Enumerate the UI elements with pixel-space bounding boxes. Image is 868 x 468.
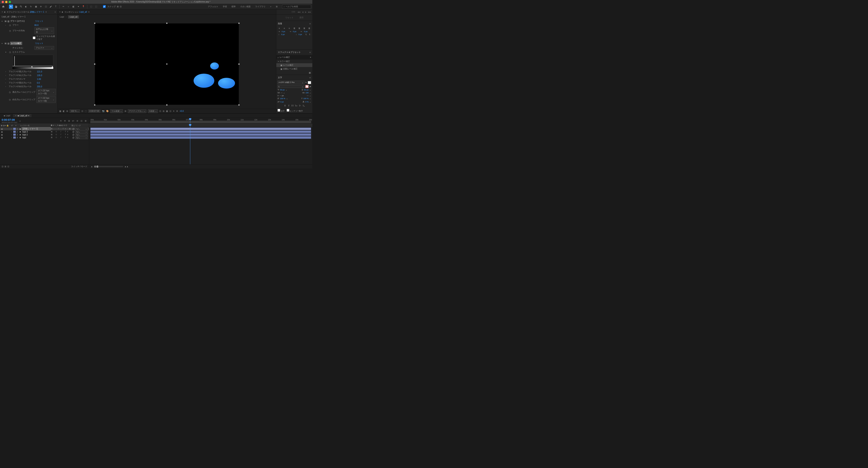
panel-close-icon[interactable]: × bbox=[59, 11, 61, 13]
ligature-checkbox[interactable] bbox=[278, 109, 280, 112]
font-size-value[interactable]: 50 px bbox=[280, 89, 285, 91]
chevron-down-icon[interactable]: ⌄ bbox=[286, 89, 287, 91]
twirl-icon[interactable]: › bbox=[5, 78, 7, 80]
indent-first-value[interactable]: 0 px bbox=[293, 30, 299, 33]
viewer-timecode[interactable]: 0:00:07:09 bbox=[88, 110, 100, 113]
visibility-icon[interactable]: ◉ bbox=[1, 131, 3, 133]
track-row[interactable] bbox=[89, 127, 312, 130]
tl-icon[interactable]: ⟲ bbox=[59, 119, 62, 122]
pickwhip-icon[interactable]: @ bbox=[71, 128, 75, 130]
chevron-down-icon[interactable]: ⌄ bbox=[309, 95, 311, 97]
blur-direction-dropdown[interactable]: 水平および垂直 ⌄ bbox=[34, 27, 54, 34]
histogram-gradient[interactable] bbox=[12, 67, 53, 69]
tl-icon[interactable]: ✲ bbox=[63, 119, 66, 122]
panel-lock-icon[interactable]: ■ bbox=[62, 11, 63, 13]
twirl-icon[interactable]: › bbox=[11, 131, 13, 133]
viewer-views[interactable]: 1画面 ⌄ bbox=[148, 109, 158, 113]
blur-amount-value[interactable]: 80.0 bbox=[34, 24, 38, 26]
bold-button[interactable]: T bbox=[283, 104, 287, 107]
switch-col-icon[interactable]: ⊡ bbox=[65, 124, 67, 127]
layer-duration-bar[interactable] bbox=[90, 127, 311, 130]
fx-levels-name[interactable]: レベル補正 bbox=[10, 42, 22, 45]
pen-tool[interactable] bbox=[49, 5, 53, 9]
maximize-window-button[interactable] bbox=[9, 1, 11, 3]
visibility-icon[interactable]: ◉ bbox=[1, 128, 3, 130]
parent-dropdown[interactable]: なし⌄ bbox=[75, 133, 88, 136]
effects-category[interactable]: ▾カラー補正 bbox=[276, 60, 312, 63]
switch-col-icon[interactable]: ▣ bbox=[59, 124, 61, 127]
track-row[interactable] bbox=[89, 130, 312, 133]
pan-behind-tool[interactable]: ✢ bbox=[39, 5, 43, 9]
layer-row[interactable]: ◉ › 4 ★ liqid 単 ◇ / fx @ なし⌄ bbox=[0, 136, 89, 139]
levels-prop-value[interactable]: 121.0 bbox=[37, 70, 42, 73]
direction-ltr-icon[interactable]: ¶ bbox=[305, 33, 308, 35]
parent-dropdown[interactable]: なし⌄ bbox=[75, 127, 88, 130]
twirl-icon[interactable]: ▾ bbox=[2, 42, 4, 45]
play-button[interactable]: ▶ bbox=[305, 11, 307, 13]
viewer-zoom[interactable]: 100 % ⌄ bbox=[70, 110, 80, 113]
clip-black-dropdown[interactable]: オフ (32 bpc カラー用) ⌄ bbox=[36, 89, 56, 95]
parent-column[interactable]: 親とリンク bbox=[71, 124, 88, 127]
switch-col-icon[interactable]: ◐ bbox=[61, 124, 63, 127]
chevron-down-icon[interactable]: ⌄ bbox=[309, 101, 311, 103]
layer-name[interactable]: liqid 3 bbox=[22, 131, 51, 133]
timeline-search[interactable]: ⌕ bbox=[20, 120, 57, 122]
levels-prop-value[interactable]: 255.0 bbox=[37, 85, 42, 88]
puppet-tool[interactable]: 📍 bbox=[81, 5, 85, 9]
smallcaps-button[interactable]: Tᴛ bbox=[294, 104, 298, 107]
selection-tool[interactable] bbox=[9, 5, 13, 9]
levels-prop-value[interactable]: 135.0 bbox=[37, 74, 42, 77]
first-frame-button[interactable]: ◀◀ bbox=[298, 11, 300, 13]
hscale-value[interactable]: 100 % bbox=[303, 97, 309, 99]
direction-rtl-icon[interactable]: ¶ bbox=[308, 33, 311, 35]
tsume-value[interactable]: 0 % bbox=[305, 101, 309, 103]
fx-preset-icon[interactable]: ▥ bbox=[7, 42, 9, 45]
channel-dropdown[interactable]: アルファ ⌄ bbox=[34, 46, 54, 50]
align-right-icon[interactable]: ≡ bbox=[287, 27, 291, 30]
layer-label-color[interactable] bbox=[13, 131, 16, 133]
switch-col-icon[interactable]: ⊘ bbox=[63, 124, 65, 127]
close-window-button[interactable] bbox=[2, 1, 4, 3]
orbit-tool[interactable]: ◐ bbox=[24, 5, 28, 9]
effects-apply-icon[interactable]: ▦ bbox=[276, 71, 312, 75]
effects-tree-item[interactable]: ▣ レベル補正 bbox=[276, 63, 312, 67]
clear-search-icon[interactable]: × bbox=[310, 56, 311, 59]
workspace-library[interactable]: ライブラリ bbox=[253, 4, 268, 9]
index-column[interactable]: # bbox=[16, 124, 20, 126]
indent-right-value[interactable]: 0 px bbox=[304, 30, 310, 33]
panel-menu-icon[interactable]: ≡ bbox=[88, 11, 90, 13]
audio-column-icon[interactable]: ◑ bbox=[3, 124, 5, 126]
fx-preset-icon[interactable]: ▥ bbox=[7, 20, 9, 22]
viewer-snapshot-icon[interactable]: 📷 bbox=[102, 110, 104, 112]
layer-name[interactable]: liqid bbox=[22, 137, 51, 139]
viewer-layout-icon[interactable]: ⊡ bbox=[82, 110, 83, 112]
twirl-icon[interactable]: › bbox=[11, 137, 13, 139]
layer-name[interactable]: [調整レイヤー 1] bbox=[22, 127, 51, 130]
panel-menu-icon[interactable]: ≡ bbox=[28, 115, 29, 117]
layer-duration-bar[interactable] bbox=[90, 136, 311, 139]
switch-col-icon[interactable]: ＼ bbox=[55, 124, 57, 127]
transform-handle[interactable] bbox=[238, 23, 240, 24]
snap-icon-1[interactable]: ⊞ bbox=[117, 5, 119, 8]
twirl-icon[interactable]: › bbox=[11, 134, 13, 136]
fx-blur-reset[interactable]: リセット bbox=[35, 20, 43, 23]
layer-row[interactable]: ◉ › 2 ★ liqid 3 単 ◇ / fx @ なし⌄ bbox=[0, 130, 89, 133]
hindi-checkbox[interactable] bbox=[287, 109, 289, 112]
composition-canvas[interactable]: ✦ bbox=[95, 24, 239, 105]
twirl-icon[interactable]: › bbox=[5, 24, 7, 26]
stroke-color-swatch[interactable] bbox=[305, 85, 309, 88]
roto-tool[interactable]: ✦ bbox=[76, 5, 81, 9]
chevron-down-icon[interactable]: ⌄ bbox=[309, 97, 311, 99]
timeline-zoom-slider[interactable] bbox=[94, 166, 123, 167]
space-before-value[interactable]: 0 px bbox=[281, 33, 287, 35]
repeat-edge-checkbox[interactable] bbox=[33, 36, 35, 39]
twirl-icon[interactable]: ▾ bbox=[5, 51, 7, 53]
viewer-quality[interactable]: フル画質 ⌄ bbox=[110, 109, 123, 113]
layer-switches[interactable]: 単 ◇ / fx bbox=[51, 136, 71, 139]
work-area-bar[interactable] bbox=[90, 121, 311, 123]
viewer-grid-icon[interactable]: ⊞ bbox=[125, 110, 126, 112]
histogram-black-handle[interactable] bbox=[31, 66, 33, 67]
layer-label-color[interactable] bbox=[13, 134, 16, 136]
tl-footer-icon[interactable]: ⊡ bbox=[2, 165, 3, 168]
solo-column-icon[interactable]: ● bbox=[5, 124, 6, 126]
